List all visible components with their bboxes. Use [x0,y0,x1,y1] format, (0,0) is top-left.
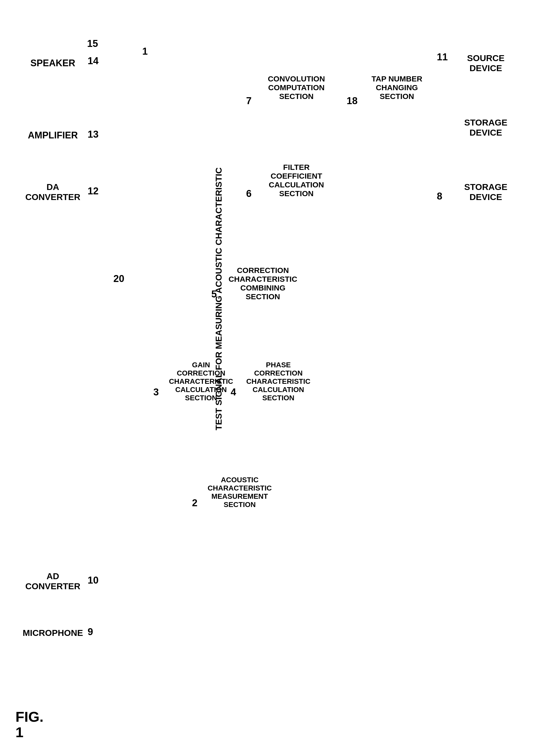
fig-label: FIG. [15,708,43,725]
gain-correction-num: 3 [153,387,159,398]
label-1: 1 [142,46,148,57]
fig-number: 1 [15,724,23,741]
storage-device-top-block: STORAGE DEVICE [451,108,521,147]
convolution-block: CONVOLUTION COMPUTATION SECTION [258,59,335,116]
speaker-block: SPEAKER [21,44,85,83]
amplifier-block: AMPLIFIER [21,116,85,155]
speaker-num: 14 [88,55,98,67]
ad-converter-num: 10 [88,575,98,586]
label-20: 20 [113,273,124,284]
storage-device-num: 8 [437,191,442,202]
storage-device-bot-block: STORAGE DEVICE [451,173,521,211]
amplifier-num: 13 [88,129,98,140]
test-signal-label: TEST SIGNAL FOR MEASURING ACOUSTIC CHARA… [214,199,224,430]
ad-converter-block: AD CONVERTER [21,562,85,601]
filter-coeff-block: FILTER COEFFICIENT CALCULATION SECTION [258,152,335,209]
acoustic-meas-block: ACOUSTIC CHARACTERISTIC MEASUREMENT SECT… [203,459,276,526]
microphone-block: MICROPHONE [21,613,85,652]
microphone-num: 9 [88,626,93,637]
filter-coeff-num: 6 [246,188,252,199]
acoustic-meas-num: 2 [192,498,198,508]
da-converter-block: DA CONVERTER [21,173,85,211]
label-15: 15 [87,38,98,49]
phase-correction-num: 4 [231,387,236,398]
tap-number-block: TAP NUMBER CHANGING SECTION [358,59,436,116]
convolution-num: 7 [246,95,252,106]
source-device-num: 11 [437,52,448,63]
gain-correction-block: GAIN CORRECTION CHARACTERISTIC CALCULATI… [165,345,237,418]
source-device-block: SOURCE DEVICE [451,44,521,83]
tap-number-num: 18 [347,95,358,106]
phase-correction-block: PHASE CORRECTION CHARACTERISTIC CALCULAT… [242,345,314,418]
da-converter-num: 12 [88,186,98,197]
correction-combine-block: CORRECTION CHARACTERISTIC COMBINING SECT… [224,250,302,317]
